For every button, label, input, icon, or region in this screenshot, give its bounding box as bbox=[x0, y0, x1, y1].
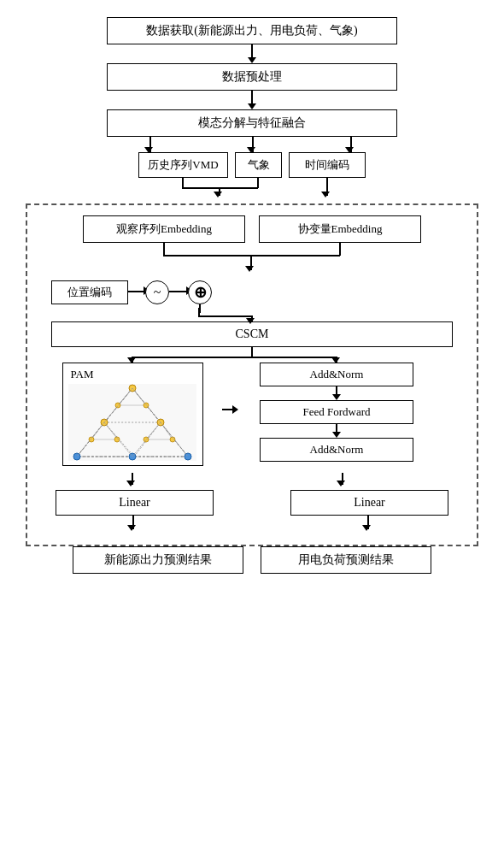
cov-embedding-box: 协变量Embedding bbox=[259, 215, 421, 243]
arrow-2 bbox=[248, 91, 256, 109]
history-vmd-label: 历史序列VMD bbox=[148, 158, 218, 171]
result-1-box: 新能源出力预测结果 bbox=[73, 546, 243, 574]
dashed-container: 观察序列Embedding 协变量Embedding 位置 bbox=[26, 203, 478, 546]
arrow-r2 bbox=[332, 424, 341, 438]
data-acquisition-box: 数据获取(新能源出力、用电负荷、气象) bbox=[107, 17, 397, 44]
sub-boxes-row: 历史序列VMD 气象 时间编码 bbox=[138, 152, 366, 178]
pam-label: PAM bbox=[67, 368, 198, 381]
arrow-1 bbox=[248, 44, 256, 63]
svg-point-18 bbox=[115, 403, 120, 408]
embedding-row: 观察序列Embedding 协变量Embedding bbox=[39, 215, 465, 243]
obs-embedding-box: 观察序列Embedding bbox=[83, 215, 245, 243]
cscm-label: CSCM bbox=[236, 327, 269, 340]
add-norm-2-label: Add&Norm bbox=[310, 443, 364, 456]
svg-point-14 bbox=[89, 437, 94, 442]
time-encoding-label: 时间编码 bbox=[305, 158, 349, 171]
data-acquisition-label: 数据获取(新能源出力、用电负荷、气象) bbox=[146, 24, 357, 37]
pos-encoding-label: 位置编码 bbox=[67, 286, 112, 298]
linear-1-label: Linear bbox=[119, 496, 150, 509]
pam-label-text: PAM bbox=[71, 368, 94, 380]
linear-row: Linear Linear bbox=[51, 490, 453, 516]
pam-diagram bbox=[68, 384, 196, 461]
svg-point-16 bbox=[144, 437, 149, 442]
mode-decomp-label: 模态分解与特征融合 bbox=[198, 116, 306, 129]
mode-decomp-box: 模态分解与特征融合 bbox=[107, 109, 397, 137]
pos-encoding-box: 位置编码 bbox=[51, 280, 128, 304]
main-diagram: 数据获取(新能源出力、用电负荷、气象) 数据预处理 模态分解与特征融合 历史序列… bbox=[13, 17, 491, 574]
data-preprocessing-label: 数据预处理 bbox=[222, 70, 282, 83]
obs-embedding-label: 观察序列Embedding bbox=[116, 222, 212, 235]
time-encoding-box: 时间编码 bbox=[289, 152, 366, 178]
history-vmd-box: 历史序列VMD bbox=[138, 152, 228, 178]
svg-point-15 bbox=[114, 437, 120, 442]
add-norm-1-label: Add&Norm bbox=[310, 368, 364, 380]
add-norm-2-box: Add&Norm bbox=[260, 438, 413, 462]
data-preprocessing-box: 数据预处理 bbox=[107, 63, 397, 91]
sine-circle: ~ bbox=[145, 280, 169, 304]
add-norm-1-box: Add&Norm bbox=[260, 363, 413, 386]
plus-circle: ⊕ bbox=[188, 280, 212, 304]
result-2-box: 用电负荷预测结果 bbox=[261, 546, 431, 574]
pam-box: PAM bbox=[62, 363, 203, 466]
linear-2-box: Linear bbox=[290, 490, 448, 516]
weather-label: 气象 bbox=[248, 158, 270, 171]
arrow-r1 bbox=[332, 386, 341, 400]
result-1-label: 新能源出力预测结果 bbox=[104, 553, 212, 566]
weather-box: 气象 bbox=[235, 152, 282, 178]
sine-symbol: ~ bbox=[154, 285, 161, 300]
cscm-box: CSCM bbox=[51, 321, 453, 347]
result-2-label: 用电负荷预测结果 bbox=[298, 553, 394, 566]
linear-1-box: Linear bbox=[56, 490, 214, 516]
result-row: 新能源出力预测结果 用电负荷预测结果 bbox=[26, 546, 478, 574]
cov-embedding-label: 协变量Embedding bbox=[298, 222, 383, 235]
linear-2-label: Linear bbox=[354, 496, 385, 509]
feed-forward-box: Feed Fordward bbox=[260, 400, 413, 424]
plus-symbol: ⊕ bbox=[194, 283, 207, 302]
feed-forward-label: Feed Fordward bbox=[302, 405, 370, 418]
